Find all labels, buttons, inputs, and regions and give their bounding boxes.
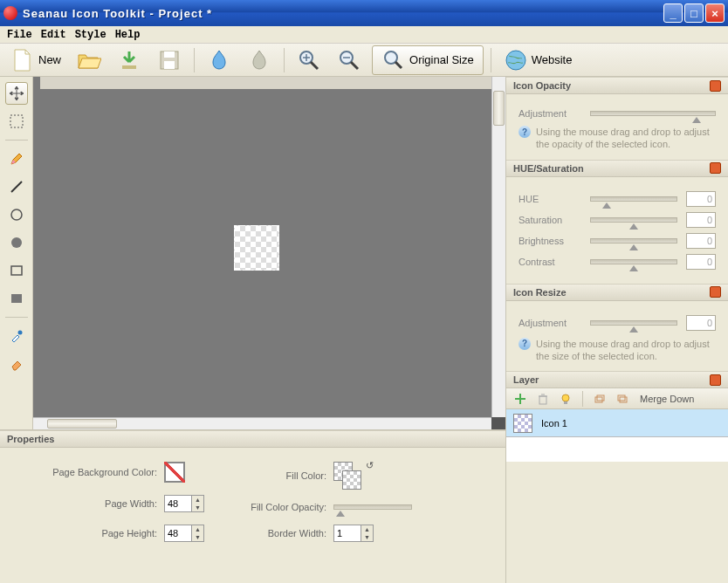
fill-opacity-label: Fill Color Opacity: — [230, 502, 326, 512]
svg-rect-15 — [11, 266, 22, 275]
move-tool[interactable] — [5, 82, 28, 105]
eyedropper-tool[interactable] — [5, 325, 28, 347]
spin-up[interactable]: ▲ — [361, 525, 373, 533]
website-label: Website — [532, 53, 573, 66]
contrast-label: Contrast — [519, 257, 581, 267]
menu-help[interactable]: Help — [115, 29, 141, 41]
svg-rect-2 — [164, 51, 175, 58]
resize-slider[interactable] — [590, 320, 677, 326]
svg-point-10 — [506, 51, 525, 70]
icon-canvas[interactable] — [234, 225, 279, 271]
new-button[interactable]: New — [5, 46, 66, 74]
properties-body: Page Background Color: Page Width:▲▼ Pag… — [0, 448, 505, 556]
panel-close-button[interactable] — [710, 162, 721, 174]
svg-rect-24 — [620, 397, 627, 402]
svg-rect-22 — [597, 395, 604, 401]
maximize-button[interactable]: □ — [684, 3, 704, 23]
panel-close-button[interactable] — [710, 286, 721, 298]
right-panel: Icon Opacity Adjustment ?Using the mouse… — [505, 77, 728, 583]
svg-line-12 — [11, 182, 22, 192]
resize-grip[interactable] — [491, 417, 505, 429]
merge-down-button[interactable] — [614, 390, 631, 408]
close-button[interactable]: × — [705, 3, 725, 23]
menu-edit[interactable]: Edit — [41, 29, 66, 41]
svg-rect-3 — [164, 61, 175, 69]
rect-fill-tool[interactable] — [5, 287, 28, 310]
delete-layer-button[interactable] — [534, 390, 552, 408]
page-height-input[interactable] — [164, 525, 192, 542]
layer-row[interactable]: Icon 1 — [506, 409, 728, 437]
layer-list: Icon 1 — [506, 409, 728, 462]
hue-label: HUE — [519, 194, 581, 204]
line-tool[interactable] — [5, 175, 28, 198]
opacity-slider[interactable] — [590, 111, 716, 116]
info-icon: ? — [519, 126, 531, 138]
resize-hint: Using the mouse drag and drop to adjust … — [536, 338, 716, 363]
menu-file[interactable]: File — [7, 29, 32, 41]
floppy-icon — [157, 48, 182, 72]
layer-toolbar: Merge Down — [506, 388, 728, 409]
scrollbar-thumb[interactable] — [47, 419, 117, 429]
website-button[interactable]: Website — [498, 46, 578, 74]
brightness-slider[interactable] — [590, 238, 677, 243]
add-layer-button[interactable] — [512, 390, 529, 408]
contrast-slider[interactable] — [590, 259, 677, 264]
globe-icon — [504, 48, 528, 72]
svg-line-7 — [351, 62, 358, 69]
page-width-input[interactable] — [164, 495, 192, 512]
spin-down[interactable]: ▼ — [192, 533, 203, 541]
original-size-button[interactable]: Original Size — [372, 45, 484, 75]
svg-point-19 — [562, 394, 569, 401]
zoom-in-button[interactable] — [292, 46, 326, 74]
rect-outline-tool[interactable] — [5, 259, 28, 282]
saturation-slider[interactable] — [590, 217, 677, 223]
marquee-tool[interactable] — [5, 110, 28, 133]
border-width-input[interactable] — [333, 525, 361, 542]
contrast-input[interactable] — [686, 254, 716, 270]
new-label: New — [38, 53, 61, 66]
brightness-input[interactable] — [686, 233, 716, 249]
zoom-out-button[interactable] — [332, 46, 367, 74]
spin-up[interactable]: ▲ — [192, 496, 203, 504]
flame-blue-icon — [207, 48, 231, 72]
open-button[interactable] — [72, 46, 106, 74]
arrow-down-icon — [117, 48, 141, 72]
pencil-tool[interactable] — [5, 147, 28, 170]
spin-up[interactable]: ▲ — [192, 525, 203, 533]
minimize-button[interactable]: _ — [663, 3, 683, 23]
scrollbar-thumb[interactable] — [493, 91, 505, 126]
flame2-button[interactable] — [242, 46, 277, 74]
fill-opacity-slider[interactable] — [333, 504, 412, 510]
panel-close-button[interactable] — [710, 80, 721, 92]
hue-input[interactable] — [686, 191, 716, 207]
panel-close-button[interactable] — [710, 374, 721, 386]
import-button[interactable] — [112, 46, 147, 74]
ellipse-fill-tool[interactable] — [5, 231, 28, 254]
opacity-hint: Using the mouse drag and drop to adjust … — [536, 126, 716, 151]
scrollbar-horizontal[interactable] — [33, 417, 491, 429]
icon-opacity-body: Adjustment ?Using the mouse drag and dro… — [506, 94, 728, 160]
resize-input[interactable] — [686, 315, 716, 331]
ellipse-outline-tool[interactable] — [5, 203, 28, 226]
scrollbar-vertical[interactable] — [491, 77, 505, 417]
merge-down-label[interactable]: Merge Down — [640, 394, 694, 404]
menu-style[interactable]: Style — [75, 29, 106, 41]
toolbar-separator — [491, 48, 491, 72]
saturation-input[interactable] — [686, 212, 716, 228]
spin-down[interactable]: ▼ — [361, 533, 373, 541]
eraser-tool[interactable] — [5, 353, 28, 375]
zoom-icon — [381, 48, 406, 72]
layer-toolbar-separator — [582, 391, 583, 407]
flame-button[interactable] — [202, 46, 237, 74]
panel-title: HUE/Saturation — [513, 163, 584, 174]
bg-color-swatch[interactable] — [164, 462, 185, 483]
merge-up-button[interactable] — [591, 390, 608, 408]
bulb-button[interactable] — [557, 390, 574, 408]
spin-down[interactable]: ▼ — [192, 504, 203, 511]
hue-slider[interactable] — [590, 196, 677, 202]
svg-line-5 — [311, 62, 318, 69]
tool-divider — [5, 140, 28, 141]
fill-color-swatch[interactable] — [333, 462, 361, 490]
save-button[interactable] — [152, 46, 187, 74]
canvas-area[interactable] — [33, 77, 505, 429]
